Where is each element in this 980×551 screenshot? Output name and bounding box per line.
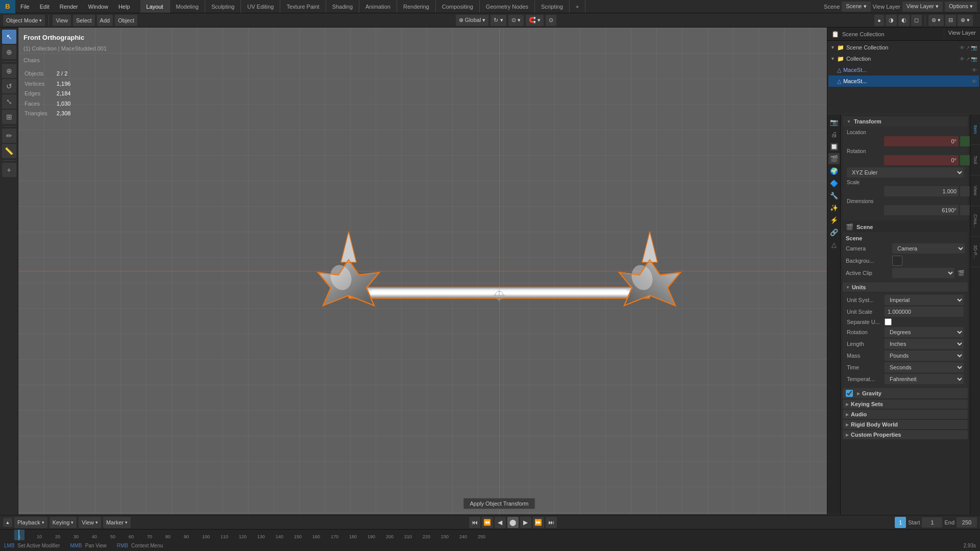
jump-end-btn[interactable]: ⏭ [546, 517, 557, 528]
tab-modeling[interactable]: Modeling [170, 0, 206, 13]
unit-scale-input[interactable] [885, 307, 964, 317]
tab-sculpting[interactable]: Sculpting [205, 0, 241, 13]
next-frame-btn[interactable]: ⏩ [533, 517, 544, 528]
clip-icon[interactable]: 🎬 [958, 270, 965, 277]
options-btn[interactable]: Options ▾ [945, 2, 977, 12]
scene-props-icon[interactable]: 🎬 [828, 153, 840, 164]
separate-units-checkbox[interactable] [885, 318, 892, 325]
dim-y[interactable] [960, 205, 970, 215]
menu-file[interactable]: File [15, 0, 35, 13]
gravity-checkbox[interactable] [846, 390, 853, 397]
end-frame-input[interactable] [957, 517, 977, 528]
mass-select[interactable]: Pounds Kilograms [885, 350, 964, 361]
length-select[interactable]: Inches Feet Meters [885, 339, 964, 349]
viewport-shading-solid[interactable]: ● [874, 15, 884, 26]
rigid-body-world-header[interactable]: ▶ Rigid Body World [843, 420, 968, 429]
outliner-row-collection[interactable]: ▼ 📁 Collection 👁 ↗ 📷 [828, 53, 979, 64]
snap-toggle[interactable]: 🧲 ▾ [526, 15, 544, 26]
tool-measure[interactable]: 📏 [2, 144, 16, 158]
tab-add[interactable]: + [570, 0, 585, 13]
rotation-x[interactable] [884, 155, 959, 165]
render-props-icon[interactable]: 📷 [828, 116, 840, 128]
transform-section-header[interactable]: ▼ Transform [843, 116, 968, 127]
tab-rendering[interactable]: Rendering [397, 0, 436, 13]
pivot-point[interactable]: ⊙ ▾ [508, 15, 524, 26]
timeline-collapse-btn[interactable]: ▲ [3, 518, 12, 527]
outliner-row-mace2[interactable]: ▼ △ MaceSt... 👁 [828, 76, 979, 87]
start-frame-input[interactable] [922, 517, 942, 528]
side-tab-tool[interactable]: Tool [970, 145, 980, 176]
tab-geometry-nodes[interactable]: Geometry Nodes [480, 0, 535, 13]
scale-x[interactable] [884, 186, 959, 196]
overlays-btn[interactable]: ⊚ ▾ [928, 15, 944, 26]
view-layer-props-icon[interactable]: 🔲 [828, 141, 840, 152]
scene-selector[interactable]: Scene ▾ [842, 2, 870, 12]
side-tab-create[interactable]: Crea... [970, 206, 980, 237]
tab-scripting[interactable]: Scripting [535, 0, 570, 13]
menu-window[interactable]: Window [83, 0, 113, 13]
custom-properties-header[interactable]: ▶ Custom Properties [843, 430, 968, 439]
location-x[interactable] [884, 136, 959, 146]
menu-edit[interactable]: Edit [35, 0, 55, 13]
audio-section-header[interactable]: ▶ Audio [843, 410, 968, 419]
world-props-icon[interactable]: 🌍 [828, 165, 840, 177]
tool-cursor[interactable]: ⊕ [2, 45, 16, 59]
constraints-props-icon[interactable]: 🔗 [828, 227, 840, 238]
tab-animation[interactable]: Animation [359, 0, 397, 13]
viewport-shading-material[interactable]: ◑ [886, 15, 897, 26]
tab-shading[interactable]: Shading [326, 0, 359, 13]
tool-move[interactable]: ⊕ [2, 64, 16, 78]
camera-select[interactable]: Camera [892, 243, 965, 254]
tab-compositing[interactable]: Compositing [436, 0, 480, 13]
mode-selector[interactable]: Object Mode ▾ [3, 15, 45, 26]
marker-menu[interactable]: Marker ▾ [103, 517, 131, 528]
data-props-icon[interactable]: △ [828, 239, 840, 250]
tab-uv-editing[interactable]: UV Editing [241, 0, 280, 13]
side-tab-view[interactable]: View [970, 176, 980, 206]
dim-x[interactable] [884, 205, 959, 215]
view-menu[interactable]: View [53, 15, 71, 26]
side-tab-item[interactable]: Item [970, 114, 980, 145]
timeline-ruler[interactable]: 1 10 20 30 40 50 60 70 80 90 100 110 120… [0, 529, 980, 540]
stop-btn[interactable]: ⬤ [507, 517, 519, 528]
transform-global[interactable]: ⊕ Global ▾ [456, 15, 489, 26]
viewport-shading-wireframe[interactable]: ◻ [911, 15, 922, 26]
rotation-y[interactable] [960, 155, 970, 165]
rotation-mode-select[interactable]: XYZ Euler [847, 167, 964, 178]
unit-system-select[interactable]: Imperial Metric None [885, 295, 964, 305]
keying-sets-section-header[interactable]: ▶ Keying Sets [843, 399, 968, 409]
temp-select[interactable]: Fahrenheit Celsius Kelvin [885, 374, 964, 384]
output-props-icon[interactable]: 🖨 [828, 129, 840, 140]
physics-props-icon[interactable]: ⚡ [828, 214, 840, 226]
rotation-units-select[interactable]: Degrees Radians [885, 327, 964, 337]
gizmos-btn[interactable]: ⊕ ▾ [958, 15, 973, 26]
play-forward-btn[interactable]: ▶ [520, 517, 531, 528]
apply-object-transform-btn[interactable]: Apply Object Transform [463, 498, 535, 509]
bg-color-swatch[interactable] [892, 256, 902, 266]
gravity-section-header[interactable]: ▶ Gravity [843, 388, 968, 398]
tool-transform[interactable]: ⊞ [2, 110, 16, 124]
active-clip-select[interactable] [892, 268, 954, 278]
outliner-row-mace1[interactable]: ▼ △ MaceSt... 👁 [828, 64, 979, 76]
tool-scale[interactable]: ⤡ [2, 94, 16, 109]
scale-y[interactable] [960, 186, 970, 196]
xray-btn[interactable]: ⊟ [945, 15, 956, 26]
prev-frame-btn[interactable]: ⏪ [482, 517, 493, 528]
keying-menu[interactable]: Keying ▾ [50, 517, 77, 528]
time-select[interactable]: Seconds Frames [885, 362, 964, 372]
location-y[interactable] [960, 136, 970, 146]
menu-render[interactable]: Render [55, 0, 83, 13]
playback-menu[interactable]: Playback ▾ [14, 517, 47, 528]
proportional-edit[interactable]: ⊙ [546, 15, 556, 26]
select-menu[interactable]: Select [73, 15, 95, 26]
view-menu-timeline[interactable]: View ▾ [79, 517, 101, 528]
menu-help[interactable]: Help [113, 0, 135, 13]
tool-add[interactable]: + [2, 163, 16, 177]
outliner-row-scene-collection[interactable]: ▼ 📁 Scene Collection 👁 ↗ 📷 [828, 42, 979, 53]
jump-start-btn[interactable]: ⏮ [469, 517, 480, 528]
tool-select[interactable]: ↖ [2, 30, 16, 44]
viewport-shading-rendered[interactable]: ◐ [898, 15, 910, 26]
view-layer-selector[interactable]: View Layer ▾ [902, 2, 943, 12]
tool-rotate[interactable]: ↺ [2, 79, 16, 93]
add-menu[interactable]: Add [97, 15, 113, 26]
